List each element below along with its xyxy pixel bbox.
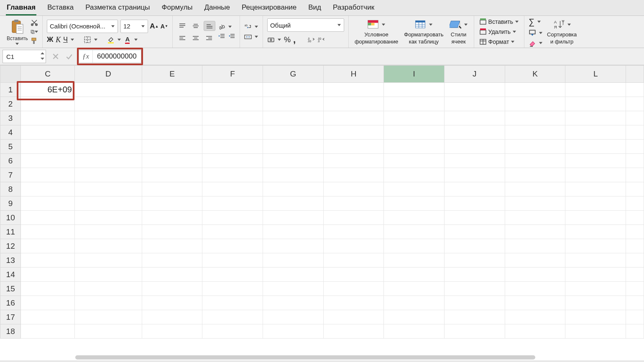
cell[interactable] (74, 225, 142, 239)
decrease-decimal-icon[interactable]: .00.0 (317, 36, 325, 43)
cell[interactable] (445, 111, 505, 125)
col-header-E[interactable]: E (142, 66, 202, 83)
cell[interactable] (142, 239, 202, 253)
cell[interactable] (142, 310, 202, 324)
cell[interactable] (21, 310, 75, 324)
cell[interactable] (384, 310, 445, 324)
cell[interactable] (505, 310, 565, 324)
autosum-icon[interactable]: ∑ (529, 17, 534, 27)
formula-input[interactable]: 6000000000 (93, 52, 141, 61)
cell[interactable] (626, 111, 644, 125)
name-box-up-icon[interactable] (40, 51, 45, 56)
cell[interactable] (445, 97, 505, 111)
cell[interactable] (505, 324, 565, 339)
row-header[interactable]: 16 (0, 296, 21, 310)
cell[interactable] (74, 296, 142, 310)
cell[interactable] (202, 324, 263, 339)
font-name-select[interactable]: Calibri (Основной... (47, 20, 118, 33)
tab-review[interactable]: Рецензирование (241, 2, 297, 15)
cell[interactable] (323, 324, 384, 339)
cell[interactable] (202, 83, 263, 97)
cell[interactable] (21, 168, 75, 182)
cell[interactable] (21, 211, 75, 225)
cell[interactable] (384, 111, 445, 125)
cell[interactable] (142, 296, 202, 310)
cell[interactable] (202, 182, 263, 196)
cell[interactable] (323, 211, 384, 225)
cell[interactable] (626, 125, 644, 140)
cell[interactable] (74, 97, 142, 111)
increase-decimal-icon[interactable]: .0.00 (307, 36, 315, 43)
cell[interactable] (202, 211, 263, 225)
cell[interactable] (142, 83, 202, 97)
row-header[interactable]: 9 (0, 196, 21, 211)
cell[interactable] (445, 239, 505, 253)
clear-icon[interactable] (529, 39, 536, 47)
align-top-icon[interactable] (177, 21, 188, 31)
cell[interactable] (626, 83, 644, 97)
row-header[interactable]: 2 (0, 97, 21, 111)
tab-insert[interactable]: Вставка (46, 2, 74, 15)
cell[interactable] (202, 140, 263, 154)
cell[interactable] (384, 324, 445, 339)
cell[interactable] (505, 140, 565, 154)
cell[interactable] (263, 239, 323, 253)
cell[interactable] (505, 125, 565, 140)
row-header[interactable]: 10 (0, 211, 21, 225)
currency-icon[interactable] (267, 36, 275, 43)
cell[interactable] (505, 253, 565, 268)
align-right-icon[interactable] (204, 33, 215, 43)
cell[interactable] (263, 296, 323, 310)
cell[interactable] (21, 154, 75, 168)
cell[interactable] (142, 154, 202, 168)
col-header-D[interactable]: D (74, 66, 142, 83)
cell[interactable] (263, 211, 323, 225)
cell[interactable] (626, 97, 644, 111)
cell[interactable] (565, 196, 626, 211)
cell[interactable] (21, 97, 75, 111)
cell[interactable] (323, 111, 384, 125)
cell[interactable] (445, 324, 505, 339)
cell[interactable] (565, 83, 626, 97)
cell[interactable] (505, 282, 565, 296)
decrease-font-icon[interactable]: A▼ (161, 23, 168, 30)
row-header[interactable]: 1 (0, 83, 21, 97)
cell[interactable] (445, 225, 505, 239)
cell[interactable] (626, 154, 644, 168)
cell[interactable] (445, 154, 505, 168)
row-header[interactable]: 13 (0, 253, 21, 268)
cell[interactable] (142, 324, 202, 339)
cell[interactable] (384, 196, 445, 211)
cell[interactable] (74, 111, 142, 125)
cell[interactable] (263, 154, 323, 168)
col-header-G[interactable]: G (263, 66, 323, 83)
cell[interactable] (505, 83, 565, 97)
name-box-down-icon[interactable] (40, 56, 45, 61)
cell[interactable] (445, 168, 505, 182)
cell[interactable] (626, 282, 644, 296)
cell[interactable] (323, 253, 384, 268)
cell[interactable] (142, 125, 202, 140)
cell[interactable] (323, 97, 384, 111)
cell[interactable] (445, 83, 505, 97)
cell[interactable] (21, 239, 75, 253)
cell[interactable] (445, 211, 505, 225)
cell[interactable] (384, 168, 445, 182)
row-header[interactable]: 12 (0, 239, 21, 253)
tab-developer[interactable]: Разработчик (332, 2, 375, 15)
cell[interactable] (626, 182, 644, 196)
fill-color-dropdown-icon[interactable] (117, 38, 121, 41)
cell[interactable] (202, 196, 263, 211)
row-header[interactable]: 8 (0, 182, 21, 196)
cell[interactable] (505, 239, 565, 253)
fill-color-icon[interactable] (107, 36, 115, 43)
cell[interactable] (565, 140, 626, 154)
cell[interactable] (445, 196, 505, 211)
cell[interactable] (74, 182, 142, 196)
cell[interactable] (565, 125, 626, 140)
col-header-L[interactable]: L (565, 66, 626, 83)
cell[interactable] (565, 253, 626, 268)
cell[interactable] (505, 225, 565, 239)
col-header-K[interactable]: K (505, 66, 565, 83)
cell[interactable] (505, 296, 565, 310)
